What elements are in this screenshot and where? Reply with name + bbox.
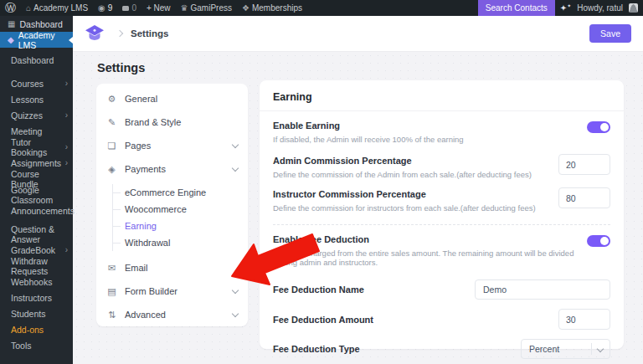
breadcrumb: Settings xyxy=(131,28,168,38)
sidebar-submenu-item[interactable]: Students xyxy=(0,305,73,321)
breadcrumb-chevron-icon xyxy=(116,30,123,37)
payments-sub-label: Woocommerce xyxy=(125,204,187,214)
memberships-label: Memberships xyxy=(252,3,302,13)
sidebar-submenu-item[interactable]: Webhooks xyxy=(0,274,73,290)
sidebar-submenu-label: Withdraw Requests xyxy=(11,256,68,276)
sidebar-submenu-label: Tools xyxy=(11,341,32,351)
views-count: 9 xyxy=(108,3,113,13)
panel-divider xyxy=(260,110,624,111)
save-button[interactable]: Save xyxy=(589,24,631,43)
sidebar-submenu-item[interactable]: Add-ons xyxy=(0,321,73,337)
new-content-menu[interactable]: + New xyxy=(141,0,176,16)
fee-type-value: Percent xyxy=(529,344,559,354)
sidebar-submenu-item[interactable]: Question & Answer xyxy=(0,226,73,242)
home-icon: ⌂ xyxy=(26,4,31,13)
sidebar-submenu-item[interactable]: Quizzes › xyxy=(0,107,73,123)
chevron-right-icon: › xyxy=(65,158,68,167)
sidebar-submenu-label: Dashboard xyxy=(11,55,54,65)
academy-lms-logo[interactable] xyxy=(84,23,105,44)
gamipress-menu[interactable]: ♛ GamiPress xyxy=(176,0,237,16)
instructor-commission-input[interactable] xyxy=(558,187,610,208)
earning-panel: Earning Enable Earning If disabled, the … xyxy=(260,80,624,349)
settings-nav-label: Advanced xyxy=(125,310,166,320)
enable-fee-row: Enable Fee Deduction Fees are charged fr… xyxy=(273,234,610,267)
sidebar-submenu-item[interactable]: Settings xyxy=(0,361,73,364)
payments-subtree: eCommerce Engine Woocommerce Earning Wit… xyxy=(112,184,238,251)
payments-icon xyxy=(106,164,117,175)
sidebar-submenu-label: Webhooks xyxy=(11,277,52,287)
admin-commission-input[interactable] xyxy=(558,154,610,175)
eye-icon: ◉ xyxy=(98,4,105,13)
sidebar-submenu-item[interactable]: Lessons xyxy=(0,91,73,107)
settings-nav-item[interactable]: General xyxy=(106,87,238,110)
settings-nav-item[interactable]: Advanced xyxy=(106,303,238,326)
admin-bar-right: Search Contacts ✦ Howdy, ratul xyxy=(478,0,643,16)
chevron-right-icon: › xyxy=(65,142,68,151)
instructor-commission-desc: Define the commission for instructors fr… xyxy=(273,203,558,213)
payments-sub-label: Earning xyxy=(125,221,157,231)
fee-type-select[interactable]: Percent xyxy=(521,339,610,359)
enable-fee-desc: Fees are charged from the entire sales a… xyxy=(273,249,587,267)
fee-name-row: Fee Deduction Name xyxy=(273,279,610,300)
howdy-account-menu[interactable]: Howdy, ratul xyxy=(572,0,643,16)
enable-fee-toggle[interactable] xyxy=(587,235,610,247)
sidebar-submenu-item[interactable]: Dashboard xyxy=(0,52,73,68)
advanced-icon xyxy=(106,310,117,320)
instructor-commission-row: Instructor Commission Percentage Define … xyxy=(273,189,610,213)
sidebar-submenu-label: Add-ons xyxy=(11,325,44,335)
comments-menu[interactable]: 0 xyxy=(117,0,141,16)
sidebar-submenu-item[interactable]: Withdraw Requests xyxy=(0,258,73,274)
payments-sub-item[interactable]: Woocommerce xyxy=(113,201,238,218)
settings-nav-item[interactable]: Brand & Style xyxy=(106,110,238,134)
panel-title: Earning xyxy=(260,80,624,110)
select-divider xyxy=(591,343,592,355)
search-contacts-button[interactable]: Search Contacts xyxy=(478,0,555,16)
site-name-label: Academy LMS xyxy=(33,3,88,13)
sidebar-submenu-item[interactable]: Announcements xyxy=(0,203,73,218)
settings-main: Settings General Brand & Style Pages Pay… xyxy=(73,52,643,364)
fee-name-input[interactable] xyxy=(475,279,610,300)
settings-nav-item[interactable]: Form Builder xyxy=(106,279,238,303)
sidebar-submenu-item[interactable]: Courses › xyxy=(0,75,73,91)
enable-earning-toggle[interactable] xyxy=(587,121,610,133)
settings-nav-card: General Brand & Style Pages Payments eCo… xyxy=(96,84,248,326)
settings-nav-item[interactable]: Email xyxy=(106,256,238,279)
settings-nav-label: Pages xyxy=(125,141,151,151)
sidebar-submenu-item[interactable]: Google Classroom xyxy=(0,187,73,203)
enable-fee-label: Enable Fee Deduction xyxy=(273,234,587,244)
sidebar-submenu-item[interactable]: Tools xyxy=(0,337,73,353)
comments-count: 0 xyxy=(131,3,136,13)
settings-nav-item[interactable]: Payments xyxy=(106,157,238,181)
fee-amount-input[interactable] xyxy=(558,309,610,330)
settings-nav-label: Payments xyxy=(125,164,166,174)
sidebar-submenu-label: Quizzes xyxy=(11,110,43,120)
sidebar-submenu-item[interactable]: Tutor Bookings › xyxy=(0,139,73,155)
academy-lms-submenu: Dashboard Courses › Lessons Quizzes › Me… xyxy=(0,48,73,364)
sidebar-submenu-item[interactable]: Instructors xyxy=(0,290,73,305)
plugin-header: Settings Save xyxy=(73,16,643,52)
payments-sub-item[interactable]: Withdrawal xyxy=(113,234,238,251)
fee-amount-row: Fee Deduction Amount xyxy=(273,309,610,330)
wp-logo-menu[interactable]: Ⓦ xyxy=(0,0,21,16)
memberships-menu[interactable]: ❖ Memberships xyxy=(237,0,307,16)
views-menu[interactable]: ◉ 9 xyxy=(93,0,117,16)
settings-nav-item[interactable]: Pages xyxy=(106,134,238,157)
fee-type-row: Fee Deduction Type Percent xyxy=(273,339,610,359)
chevron-down-icon xyxy=(232,310,239,317)
panel-body: Enable Earning If disabled, the Admin wi… xyxy=(260,120,624,359)
comment-bubble-icon xyxy=(122,6,129,11)
gamipress-label: GamiPress xyxy=(191,3,232,13)
payments-sub-item[interactable]: eCommerce Engine xyxy=(113,184,238,201)
wp-admin-sidebar: ▦ Dashboard ◆ Academy LMS Dashboard Cour… xyxy=(0,16,73,364)
payments-sub-label: eCommerce Engine xyxy=(125,187,206,197)
graduation-cap-icon xyxy=(84,23,105,44)
sparkles-icon[interactable]: ✦ xyxy=(555,3,572,13)
payments-sub-item[interactable]: Earning xyxy=(113,218,238,234)
sidebar-top-item[interactable]: ◆ Academy LMS xyxy=(0,32,73,48)
sidebar-submenu-label: Assignments xyxy=(11,158,61,168)
enable-earning-label: Enable Earning xyxy=(273,120,587,131)
dashboard-icon: ▦ xyxy=(8,19,15,28)
site-name-menu[interactable]: ⌂ Academy LMS xyxy=(21,0,93,16)
sidebar-submenu-label: Tutor Bookings xyxy=(11,137,68,157)
enable-earning-desc: If disabled, the Admin will receive 100%… xyxy=(273,135,587,144)
